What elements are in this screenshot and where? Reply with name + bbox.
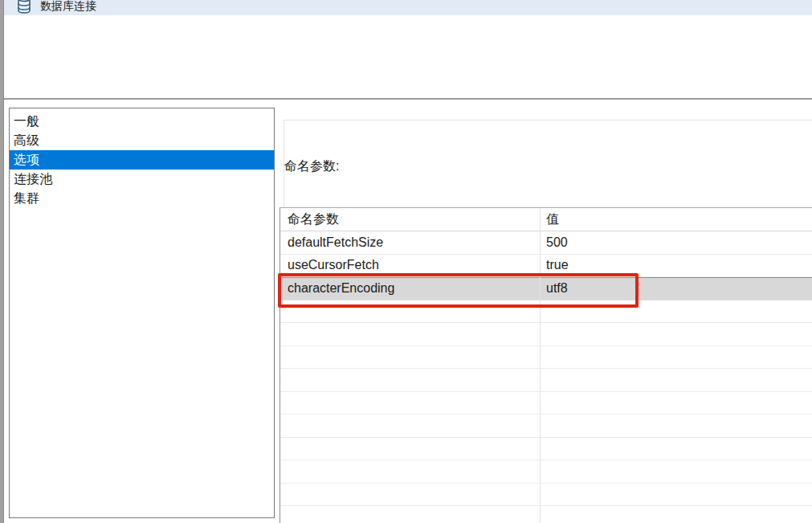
database-icon	[17, 0, 31, 14]
empty-table-row[interactable]	[280, 438, 812, 461]
param-value-cell: 500	[546, 231, 568, 254]
param-name-cell: characterEncoding	[288, 278, 394, 300]
sidebar-item[interactable]: 一般	[10, 112, 274, 131]
empty-table-row[interactable]	[280, 506, 812, 523]
table-body: defaultFetchSize500useCursorFetchtruecha…	[280, 231, 812, 523]
table-header-row: 命名参数 值	[280, 208, 812, 231]
table-row[interactable]: characterEncodingutf8	[280, 277, 812, 300]
empty-table-row[interactable]	[280, 323, 812, 346]
column-divider	[540, 208, 541, 523]
column-header-name: 命名参数	[288, 208, 339, 231]
table-row[interactable]: defaultFetchSize500	[280, 231, 812, 255]
sidebar-item[interactable]: 选项	[10, 150, 274, 170]
sidebar-item[interactable]: 高级	[10, 131, 274, 150]
named-params-label: 命名参数:	[284, 158, 339, 175]
param-value-cell: true	[546, 255, 569, 277]
empty-table-row[interactable]	[280, 346, 812, 370]
named-params-table[interactable]: 命名参数 值 defaultFetchSize500useCursorFetch…	[280, 207, 812, 523]
param-name-cell: defaultFetchSize	[288, 231, 383, 254]
empty-table-row[interactable]	[280, 460, 812, 484]
window-titlebar: 数据库连接	[4, 0, 812, 15]
table-row[interactable]: useCursorFetchtrue	[280, 255, 812, 278]
left-edge-strip	[0, 0, 4, 523]
sidebar-item[interactable]: 集群	[10, 189, 274, 208]
empty-table-row[interactable]	[280, 369, 812, 392]
empty-table-row[interactable]	[280, 415, 812, 438]
empty-table-row[interactable]	[280, 484, 812, 507]
window-title: 数据库连接	[40, 0, 96, 13]
category-list: 一般高级选项连接池集群	[10, 112, 274, 208]
database-connection-dialog: 数据库连接 一般高级选项连接池集群 命名参数: 命名参数 值 defaultFe…	[0, 0, 812, 523]
titlebar-separator	[4, 98, 812, 100]
param-value-cell: utf8	[546, 278, 568, 300]
category-listbox[interactable]: 一般高级选项连接池集群	[9, 108, 275, 518]
sidebar-item[interactable]: 连接池	[10, 170, 274, 189]
empty-table-row[interactable]	[280, 300, 812, 324]
column-header-value: 值	[546, 208, 559, 231]
empty-table-row[interactable]	[280, 392, 812, 415]
param-name-cell: useCursorFetch	[288, 255, 379, 277]
